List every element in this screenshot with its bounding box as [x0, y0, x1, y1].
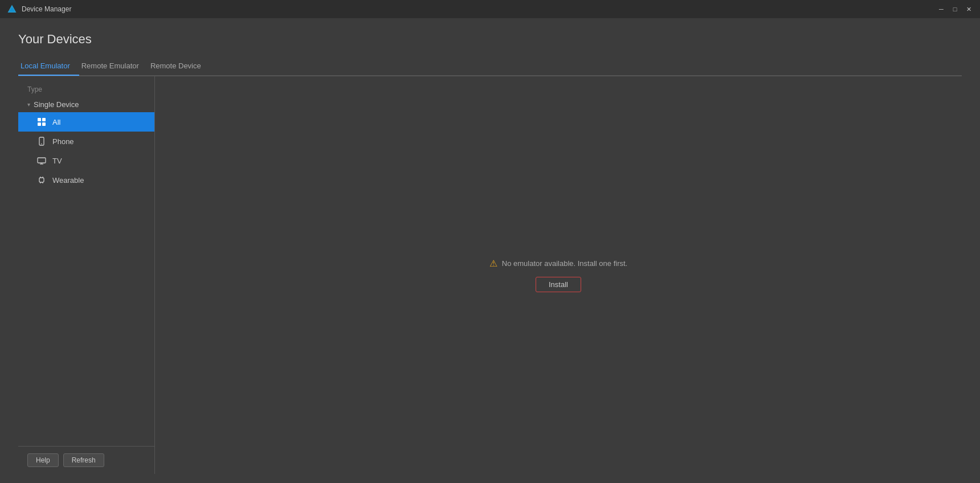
phone-icon: [36, 136, 47, 146]
sidebar-item-all[interactable]: All: [18, 112, 154, 132]
sidebar: Type ▾ Single Device All: [18, 76, 155, 474]
titlebar-title: Device Manager: [22, 5, 937, 13]
sidebar-item-phone-label: Phone: [52, 137, 74, 146]
tab-local-emulator[interactable]: Local Emulator: [18, 58, 79, 76]
sidebar-item-wearable[interactable]: Wearable: [18, 170, 154, 190]
tab-bar: Local Emulator Remote Emulator Remote De…: [18, 58, 962, 76]
refresh-button[interactable]: Refresh: [63, 453, 104, 467]
sidebar-item-tv-label: TV: [52, 157, 62, 165]
svg-rect-3: [42, 118, 46, 121]
sidebar-item-all-label: All: [52, 118, 60, 126]
sidebar-footer: Help Refresh: [18, 446, 154, 474]
sidebar-section-label: Single Device: [34, 100, 79, 109]
sidebar-item-wearable-label: Wearable: [52, 176, 84, 185]
chevron-down-icon: ▾: [27, 101, 30, 108]
main-panel: ⚠ No emulator available. Install one fir…: [155, 76, 962, 474]
restore-button[interactable]: □: [950, 5, 959, 14]
svg-rect-8: [38, 158, 46, 163]
sidebar-section-single-device[interactable]: ▾ Single Device: [18, 97, 154, 112]
svg-rect-4: [38, 122, 41, 126]
help-button[interactable]: Help: [27, 453, 59, 467]
close-button[interactable]: ✕: [964, 5, 973, 14]
svg-rect-11: [39, 178, 44, 182]
empty-state-message: ⚠ No emulator available. Install one fir…: [489, 258, 627, 269]
tab-remote-device[interactable]: Remote Device: [148, 58, 210, 76]
sidebar-item-phone[interactable]: Phone: [18, 132, 154, 151]
window-controls: ─ □ ✕: [937, 5, 973, 14]
svg-rect-2: [38, 118, 41, 121]
wearable-icon: [36, 175, 47, 185]
sidebar-item-tv[interactable]: TV: [18, 151, 154, 170]
svg-rect-5: [42, 122, 46, 126]
page-title: Your Devices: [18, 32, 962, 47]
minimize-button[interactable]: ─: [937, 5, 946, 14]
titlebar: Device Manager ─ □ ✕: [0, 0, 980, 18]
empty-state-text: No emulator available. Install one first…: [502, 259, 627, 268]
warning-icon: ⚠: [489, 258, 497, 269]
empty-state: ⚠ No emulator available. Install one fir…: [489, 258, 627, 292]
content-row: Type ▾ Single Device All: [18, 76, 962, 474]
install-button[interactable]: Install: [536, 277, 581, 292]
tab-remote-emulator[interactable]: Remote Emulator: [79, 58, 148, 76]
svg-point-7: [41, 144, 42, 145]
tv-icon: [36, 155, 47, 166]
sidebar-type-label: Type: [18, 81, 154, 97]
all-icon: [36, 117, 47, 127]
app-logo-icon: [7, 4, 17, 14]
main-area: Your Devices Local Emulator Remote Emula…: [0, 18, 980, 483]
